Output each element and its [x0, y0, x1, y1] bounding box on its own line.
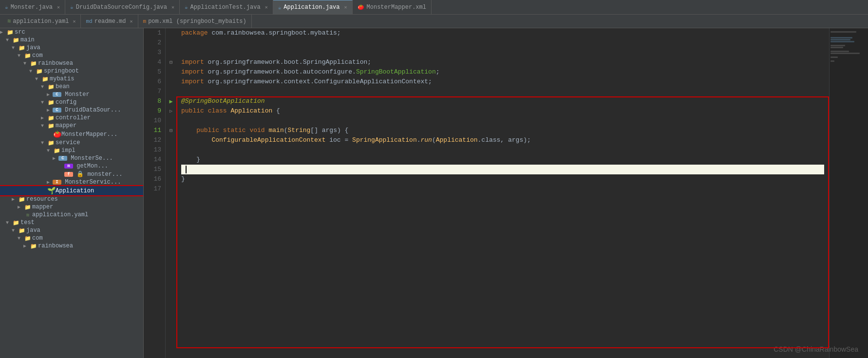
- tree-arrow: ▼: [41, 84, 47, 90]
- yaml-icon: ≋: [23, 212, 32, 218]
- line-num-15: 15: [144, 165, 161, 174]
- line-num-2: 2: [144, 38, 161, 48]
- tree-resources[interactable]: ▶ 📁 resources: [0, 195, 143, 203]
- tree-impl[interactable]: ▼ 📁 impl: [0, 147, 143, 154]
- line-num-8: 8: [144, 96, 161, 106]
- fold-icon-11: ⊟: [166, 126, 176, 135]
- tab2-pom[interactable]: m pom.xml (springboot_mybaits): [138, 15, 252, 28]
- tree-mapper2[interactable]: ▶ 📁 mapper: [0, 203, 143, 211]
- tree-monsterservice-iface[interactable]: ▶ I MonsterServic...: [0, 178, 143, 186]
- folder-icon: 📁: [47, 99, 56, 106]
- line-num-4: 4: [144, 57, 161, 67]
- tree-test-rainbowsea[interactable]: ▶ 📁 rainbowsea: [0, 242, 143, 250]
- tree-test-com[interactable]: ▼ 📁 com: [0, 234, 143, 242]
- tree-label: com: [32, 52, 43, 59]
- tree-label: bean: [56, 83, 70, 90]
- line-num-6: 6: [144, 77, 161, 87]
- tab-label: MonsterMapper.xml: [367, 4, 426, 11]
- interface-icon: I: [53, 180, 61, 185]
- tab2-readme[interactable]: md readme.md ✕: [81, 15, 138, 28]
- tree-config[interactable]: ▼ 📁 config: [0, 98, 143, 106]
- tree-label: MonsterMapper...: [61, 131, 117, 138]
- springboot-run-icon-8[interactable]: ▶: [166, 96, 176, 106]
- line-num-5: 5: [144, 67, 161, 77]
- tree-main[interactable]: ▼ 📁 main: [0, 36, 143, 44]
- sidebar: ▶ 📁 src ▼ 📁 main ▼ 📁 java ▼: [0, 28, 144, 358]
- tree-label: DruidDataSour...: [61, 107, 121, 113]
- code-line-10: [181, 116, 824, 126]
- tree-test-java[interactable]: ▼ 📁 java: [0, 226, 143, 234]
- tab-close[interactable]: ✕: [57, 4, 60, 10]
- tree-arrow: ▶: [41, 115, 47, 121]
- tree-label: impl: [61, 147, 75, 154]
- tree-arrow: [47, 132, 53, 137]
- tree-test[interactable]: ▼ 📁 test: [0, 219, 143, 226]
- code-line-8: @SpringBootApplication: [181, 96, 824, 106]
- tree-druid[interactable]: ▶ C DruidDataSour...: [0, 106, 143, 114]
- tree-springboot[interactable]: ▼ 📁 springboot: [0, 67, 143, 75]
- tree-label: main: [20, 37, 35, 43]
- tree-arrow: [58, 171, 64, 177]
- tree-label: application.yaml: [32, 211, 88, 218]
- tree-arrow: ▼: [41, 100, 47, 105]
- tree-monster-field[interactable]: f 🔒 monster...: [0, 170, 143, 178]
- tree-arrow: ▶: [18, 204, 23, 210]
- tree-src[interactable]: ▶ 📁 src: [0, 28, 143, 36]
- tab-monstermapper[interactable]: 🍅 MonsterMapper.xml: [353, 0, 432, 14]
- code-line-1: package com.rainbowsea.springboot.mybati…: [181, 28, 824, 38]
- tree-label: mapper: [56, 122, 76, 129]
- tree-arrow: ▶: [53, 155, 58, 161]
- code-line-5: import org.springframework.boot.autoconf…: [181, 67, 824, 77]
- tree-mapper[interactable]: ▼ 📁 mapper: [0, 122, 143, 130]
- tree-label: config: [56, 99, 76, 106]
- tree-label: com: [32, 235, 43, 242]
- folder-icon: 📁: [12, 37, 20, 43]
- tree-mybatis[interactable]: ▼ 📁 mybatis: [0, 75, 143, 83]
- tree-bean[interactable]: ▼ 📁 bean: [0, 83, 143, 91]
- tree-getmon[interactable]: m getMon...: [0, 162, 143, 170]
- line-num-9: 9: [144, 106, 161, 116]
- tab-label: Monster.java: [11, 4, 53, 11]
- code-content[interactable]: package com.rainbowsea.springboot.mybati…: [176, 28, 829, 358]
- code-line-4: import org.springframework.boot.SpringAp…: [181, 57, 824, 67]
- tab-apptest[interactable]: ☕ ApplicationTest.java ✕: [180, 0, 273, 14]
- tree-label: resources: [26, 196, 58, 203]
- tab-druid[interactable]: ☕ DruidDataSourceConfig.java ✕: [65, 0, 180, 14]
- tree-monster[interactable]: ▶ C Monster: [0, 91, 143, 98]
- tab-close[interactable]: ✕: [265, 4, 268, 10]
- code-line-9: public class Application {: [181, 106, 824, 116]
- line-num-13: 13: [144, 145, 161, 155]
- tree-label: Monster: [61, 91, 90, 98]
- code-editor[interactable]: 1 2 3 4 5 6 7 8 9 10 11 12 13 14 15 16 1: [144, 28, 868, 358]
- tree-monsterservice-impl[interactable]: ▶ C MonsterSe...: [0, 154, 143, 162]
- tree-label: test: [20, 219, 35, 226]
- tree-rainbowsea[interactable]: ▼ 📁 rainbowsea: [0, 59, 143, 67]
- tree-java[interactable]: ▼ 📁 java: [0, 44, 143, 52]
- tree-controller[interactable]: ▶ 📁 controller: [0, 114, 143, 122]
- tab-monster[interactable]: ☕ Monster.java ✕: [0, 0, 65, 14]
- tab-close[interactable]: ✕: [73, 19, 75, 24]
- tab-application[interactable]: ☕ Application.java ✕: [273, 0, 353, 14]
- tree-application[interactable]: 🌱 Application: [0, 186, 143, 195]
- tab-close[interactable]: ✕: [130, 19, 133, 24]
- fold-icon-4: ⊟: [166, 57, 176, 67]
- tree-monstermapper[interactable]: 🍅 MonsterMapper...: [0, 130, 143, 139]
- tab2-label: application.yaml: [13, 18, 69, 25]
- tree-arrow: ▼: [41, 123, 47, 129]
- tree-label: mybatis: [50, 75, 74, 82]
- line-num-11: 11: [144, 126, 161, 135]
- tab-close[interactable]: ✕: [344, 4, 347, 10]
- tree-yaml[interactable]: ≋ application.yaml: [0, 211, 143, 219]
- md-icon: md: [86, 19, 92, 24]
- tree-arrow: ▼: [6, 220, 12, 226]
- method-icon: m: [64, 164, 73, 169]
- folder-icon: 📁: [6, 29, 15, 36]
- pom-icon: m: [143, 19, 147, 24]
- tree-label: java: [26, 44, 40, 51]
- tab2-yaml[interactable]: ≋ application.yaml ✕: [2, 15, 81, 28]
- tree-label: java: [26, 227, 40, 234]
- tab-close[interactable]: ✕: [171, 4, 174, 10]
- tree-label: rainbowsea: [38, 243, 73, 249]
- tree-service[interactable]: ▼ 📁 service: [0, 139, 143, 147]
- tree-com[interactable]: ▼ 📁 com: [0, 52, 143, 59]
